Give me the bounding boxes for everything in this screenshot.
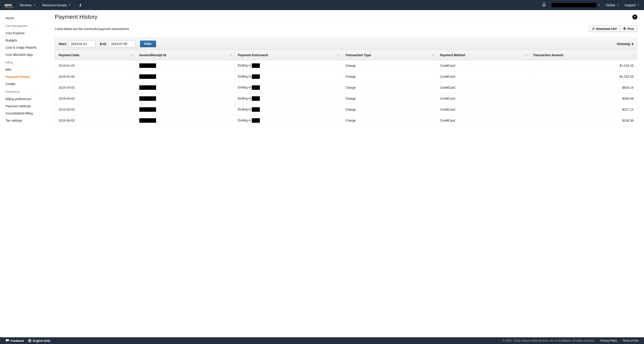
notifications-icon[interactable] — [542, 3, 546, 8]
table-cell: 2019-01-03 — [55, 60, 136, 71]
download-csv-button[interactable]: Download CSV — [589, 26, 620, 32]
invoice-id-redacted — [139, 74, 156, 79]
sidebar-item-billing-preferences[interactable]: Billing preferences — [6, 95, 42, 103]
sidebar-item-credits[interactable]: Credits — [6, 80, 42, 88]
feedback-link[interactable]: Feedback — [6, 339, 24, 342]
card-last4-redacted — [252, 107, 260, 112]
sidebar: Home Cost ManagementCost ExplorerBudgets… — [0, 10, 48, 337]
support-label: Support — [624, 3, 636, 7]
table-cell: CreditCard — [436, 93, 529, 104]
table-cell: Charge — [342, 115, 436, 126]
support-menu[interactable]: Support ▼ — [624, 3, 640, 7]
sort-icon: ▲▼ — [525, 53, 527, 57]
resource-groups-label: Resource Groups — [42, 3, 67, 7]
table-cell: 2019-02-03 — [55, 71, 136, 82]
table-row: 2019-05-03Ending in ChargeCreditCard$227… — [55, 104, 637, 115]
table-cell: Ending in — [234, 93, 342, 104]
table-row: 2019-01-03Ending in ChargeCreditCard$1,0… — [55, 60, 637, 71]
table-cell: $1,023.29 — [529, 71, 637, 82]
svg-rect-1 — [624, 27, 625, 28]
sort-icon: ▲▼ — [432, 53, 434, 57]
table-cell: Ending in — [234, 82, 342, 93]
services-label: Services — [20, 3, 32, 7]
table-cell: Charge — [342, 93, 436, 104]
sidebar-item-cost-allocation-tags[interactable]: Cost allocation tags — [6, 51, 42, 58]
page-title: Payment History — [55, 14, 98, 20]
showing-count: Showing: 6 — [617, 42, 634, 46]
table-cell — [136, 71, 234, 82]
language-label: English (US) — [33, 339, 50, 342]
table-cell: $236.56 — [529, 115, 637, 126]
card-last4-redacted — [252, 118, 260, 123]
sort-icon: ▲▼ — [230, 53, 232, 57]
chevron-down-icon: ▼ — [33, 4, 36, 6]
column-header[interactable]: Payment Date▲▼ — [55, 50, 136, 60]
pin-icon[interactable] — [79, 4, 82, 7]
table-cell — [136, 115, 234, 126]
invoice-id-redacted — [139, 63, 156, 68]
column-header[interactable]: Payment Method▲▼ — [436, 50, 529, 60]
sidebar-item-home[interactable]: Home — [6, 15, 42, 22]
table-cell: $336.58 — [529, 93, 637, 104]
column-header[interactable]: Transaction Amount▲▼ — [529, 50, 637, 60]
sidebar-item-payment-methods[interactable]: Payment methods — [6, 103, 42, 110]
table-cell: 2019-03-03 — [55, 82, 136, 93]
sidebar-item-payment-history[interactable]: Payment history — [6, 73, 42, 80]
sidebar-item-tax-settings[interactable]: Tax settings — [6, 117, 42, 124]
filter-bar: Start: End: Filter Showing: 6 — [55, 38, 637, 50]
table-cell — [136, 60, 234, 71]
terms-of-use-link[interactable]: Terms of Use — [622, 339, 638, 342]
sidebar-item-bills[interactable]: Bills — [6, 66, 42, 73]
download-csv-label: Download CSV — [596, 27, 617, 31]
table-row: 2019-03-03Ending in ChargeCreditCard$620… — [55, 82, 637, 93]
table-cell: $620.19 — [529, 82, 637, 93]
top-nav: aws Services ▼ Resource Groups ▼ ▼ Globa… — [0, 0, 644, 10]
sidebar-item-consolidated-billing[interactable]: Consolidated billing — [6, 110, 42, 117]
column-header[interactable]: Invoice/Receipt ID▲▼ — [136, 50, 234, 60]
print-label: Print — [627, 27, 634, 31]
table-cell: CreditCard — [436, 115, 529, 126]
sidebar-item-cost-usage-reports[interactable]: Cost & Usage Reports — [6, 44, 42, 51]
sidebar-item-budgets[interactable]: Budgets — [6, 37, 42, 44]
table-cell — [136, 82, 234, 93]
feedback-label: Feedback — [10, 339, 24, 342]
card-last4-redacted — [252, 63, 260, 68]
print-button[interactable]: Print — [620, 26, 637, 32]
main-content: Payment History ? Listed below are the s… — [48, 10, 644, 337]
column-header[interactable]: Transaction Type▲▼ — [342, 50, 436, 60]
download-icon — [592, 27, 595, 31]
globe-icon — [28, 339, 32, 342]
sidebar-item-cost-explorer[interactable]: Cost Explorer — [6, 30, 42, 37]
help-icon[interactable]: ? — [632, 15, 637, 20]
table-cell: Charge — [342, 60, 436, 71]
table-cell: Charge — [342, 104, 436, 115]
table-cell — [136, 93, 234, 104]
language-selector[interactable]: English (US) — [28, 339, 50, 342]
region-menu[interactable]: Global ▼ — [606, 3, 619, 7]
table-cell: CreditCard — [436, 82, 529, 93]
invoice-id-redacted — [139, 107, 156, 112]
column-header[interactable]: Payment Instrument▲▼ — [234, 50, 342, 60]
services-menu[interactable]: Services ▼ — [20, 3, 36, 7]
account-menu[interactable]: ▼ — [552, 3, 600, 8]
filter-button[interactable]: Filter — [140, 41, 156, 47]
table-cell: Ending in — [234, 104, 342, 115]
print-icon — [623, 27, 626, 31]
start-label: Start: — [58, 42, 67, 46]
table-row: 2019-06-03Ending in ChargeCreditCard$236… — [55, 115, 637, 126]
card-last4-redacted — [252, 85, 260, 90]
sort-icon: ▲▼ — [633, 53, 635, 57]
end-date-input[interactable] — [109, 41, 136, 47]
table-cell: Ending in — [234, 60, 342, 71]
table-cell: $1,023.25 — [529, 60, 637, 71]
privacy-policy-link[interactable]: Privacy Policy — [600, 339, 617, 342]
aws-logo-text: aws — [4, 3, 12, 7]
table-row: 2019-02-03Ending in ChargeCreditCard$1,0… — [55, 71, 637, 82]
resource-groups-menu[interactable]: Resource Groups ▼ — [42, 3, 71, 7]
card-last4-redacted — [252, 96, 260, 101]
aws-logo[interactable]: aws — [4, 3, 20, 8]
start-date-input[interactable] — [69, 41, 96, 47]
table-cell: CreditCard — [436, 60, 529, 71]
table-cell: Charge — [342, 71, 436, 82]
table-cell: CreditCard — [436, 104, 529, 115]
